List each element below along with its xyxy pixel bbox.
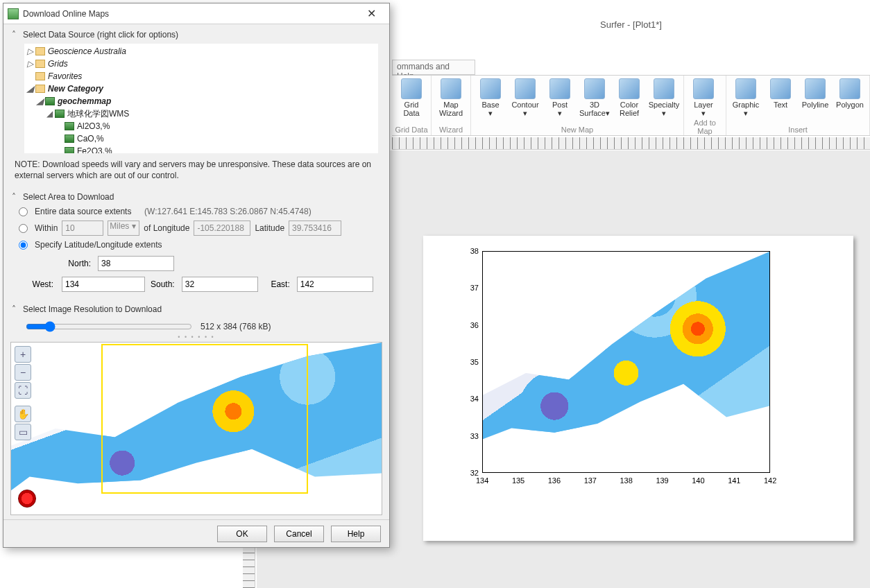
x-tick-label: 135 <box>512 476 524 485</box>
section-resolution[interactable]: ˄ Select Image Resolution to Download <box>3 299 389 317</box>
section-area[interactable]: ˄ Select Area to Download <box>3 187 389 205</box>
tree-item-label: Fe2O3,% <box>77 146 112 153</box>
chevron-up-icon: ˄ <box>12 304 20 314</box>
expand-icon[interactable]: ◢ <box>46 109 55 119</box>
ribbon-label: Text <box>774 101 787 109</box>
ribbon-item[interactable]: Layer▾ <box>687 77 720 119</box>
data-source-tree[interactable]: ▷Geoscience Australia▷GridsFavorites◢New… <box>24 44 378 153</box>
tree-item[interactable]: Favorites <box>27 70 375 83</box>
x-tick-label: 139 <box>656 476 668 485</box>
ribbon-label: Layer▾ <box>694 101 713 117</box>
quick-access-search[interactable]: ommands and Help... <box>392 60 475 75</box>
ribbon-label: Polygon <box>836 101 864 109</box>
chevron-up-icon: ˄ <box>12 192 20 202</box>
ok-button[interactable]: OK <box>217 526 267 542</box>
help-button[interactable]: Help <box>331 526 381 542</box>
opt-entire-label: Entire data source extents <box>35 207 131 216</box>
plot-axes[interactable] <box>482 251 770 473</box>
ribbon-icon <box>515 78 536 99</box>
expand-icon[interactable]: ◢ <box>37 96 45 106</box>
folder-icon <box>35 85 45 93</box>
ribbon-item[interactable]: Polyline <box>799 77 832 119</box>
ribbon-group-caption: Grid Data <box>395 126 428 135</box>
hotspot-icon[interactable] <box>18 490 36 508</box>
east-label: East: <box>271 279 292 289</box>
pan-icon[interactable]: ✋ <box>15 406 31 422</box>
resolution-text: 512 x 384 (768 kB) <box>201 322 271 331</box>
ribbon-item[interactable]: ColorRelief <box>613 77 646 119</box>
within-distance-input[interactable] <box>62 220 103 236</box>
preview-map[interactable]: + − ⛶ ✋ ▭ <box>10 342 382 515</box>
ribbon-icon <box>693 78 714 99</box>
within-lat-label: Latitude <box>255 223 284 233</box>
tree-item[interactable]: Al2O3,% <box>27 120 375 132</box>
ribbon-icon <box>584 78 605 99</box>
ribbon-label: Contour▾ <box>511 101 538 117</box>
ribbon-item[interactable]: 3DSurface▾ <box>578 77 611 119</box>
zoom-out-icon[interactable]: − <box>15 364 31 381</box>
ribbon-item[interactable]: Polygon <box>833 77 867 119</box>
ribbon-label: GridData <box>403 101 419 117</box>
ribbon-icon <box>619 78 640 99</box>
ruler-horizontal <box>392 137 870 150</box>
ribbon-item[interactable]: Text <box>764 77 797 119</box>
opt-within[interactable]: Within Miles ▾ of Longitude Latitude <box>3 218 389 238</box>
tree-item[interactable]: ▷Grids <box>27 58 375 70</box>
ribbon-item[interactable]: MapWizard <box>434 77 468 119</box>
within-units-select[interactable]: Miles ▾ <box>108 220 139 236</box>
ribbon-label: Post▾ <box>552 101 568 117</box>
tree-item[interactable]: ▷Geoscience Australia <box>27 45 375 58</box>
expand-icon[interactable]: ▷ <box>27 59 35 69</box>
cancel-button[interactable]: Cancel <box>274 526 324 542</box>
tree-item[interactable]: ◢geochemmap <box>27 95 375 107</box>
opt-entire-extents[interactable]: Entire data source extents (W:127.641 E:… <box>3 205 389 218</box>
fit-extent-icon[interactable]: ⛶ <box>15 382 31 399</box>
layer-icon <box>65 135 74 143</box>
section-data-source[interactable]: ˄ Select Data Source (right click for op… <box>3 24 389 42</box>
ribbon-label: ColorRelief <box>620 101 639 117</box>
tree-item[interactable]: ◢New Category <box>27 83 375 95</box>
south-label: South: <box>151 279 178 289</box>
tree-item[interactable]: CaO,% <box>27 132 375 145</box>
radio-within[interactable] <box>19 224 28 233</box>
close-icon[interactable]: ✕ <box>357 7 385 20</box>
within-lon-input[interactable] <box>194 220 250 236</box>
ribbon-item[interactable]: GridData <box>395 77 428 119</box>
ribbon-item[interactable]: Contour▾ <box>509 77 542 119</box>
west-input[interactable] <box>62 277 145 292</box>
ribbon-item[interactable]: Specialty▾ <box>647 77 681 119</box>
dialog-titlebar[interactable]: Download Online Maps ✕ <box>3 3 389 24</box>
ribbon-item[interactable]: Base▾ <box>474 77 507 119</box>
splitter-gripper[interactable]: • • • • • • <box>3 335 389 339</box>
tree-item[interactable]: Fe2O3,% <box>27 145 375 153</box>
entire-extents-text: (W:127.641 E:145.783 S:26.0867 N:45.4748… <box>144 207 312 216</box>
layer-icon <box>65 147 74 153</box>
layer-icon <box>55 110 65 118</box>
geochem-map-layer <box>483 252 769 472</box>
north-input[interactable] <box>98 256 174 271</box>
ribbon-group-caption: Insert <box>729 126 867 135</box>
expand-icon[interactable]: ◢ <box>27 84 35 94</box>
radio-entire[interactable] <box>19 207 28 216</box>
ribbon-item[interactable]: Graphic▾ <box>729 77 762 119</box>
south-input[interactable] <box>182 277 258 292</box>
select-icon[interactable]: ▭ <box>15 424 31 440</box>
y-tick-label: 35 <box>465 358 479 366</box>
ribbon-icon <box>480 78 501 99</box>
y-tick-label: 33 <box>465 432 479 440</box>
expand-icon[interactable]: ▷ <box>27 46 35 56</box>
folder-icon <box>35 72 45 80</box>
ribbon-label: Specialty▾ <box>649 101 680 117</box>
within-lat-input[interactable] <box>289 220 341 236</box>
radio-specify[interactable] <box>19 241 28 250</box>
zoom-in-icon[interactable]: + <box>15 346 31 363</box>
ribbon-group-caption: New Map <box>474 126 681 135</box>
tree-item[interactable]: ◢地球化学図WMS <box>27 107 375 120</box>
ribbon-item[interactable]: Post▾ <box>543 77 577 119</box>
ribbon: GridDataGrid DataMapWizardWizardBase▾Con… <box>392 75 870 136</box>
east-input[interactable] <box>297 277 373 292</box>
opt-specify-extents[interactable]: Specify Latitude/Longitude extents <box>3 238 389 252</box>
preview-selection-box[interactable] <box>101 344 308 494</box>
resolution-slider[interactable] <box>26 321 192 332</box>
ribbon-label: 3DSurface▾ <box>579 101 610 117</box>
